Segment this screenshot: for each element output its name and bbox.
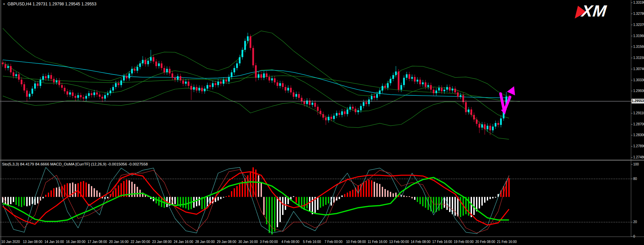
osma-histogram-bar [341, 195, 343, 197]
chart-title: ▼GBPUSD,H4 1.29731 1.29798 1.29545 1.295… [3, 2, 97, 6]
osma-histogram-bar [118, 185, 119, 197]
candle [150, 57, 152, 61]
osma-histogram-bar [53, 188, 55, 197]
indicator-axis-label: 0 [633, 235, 635, 238]
candle [476, 120, 478, 124]
candle [298, 94, 300, 98]
candle [274, 78, 276, 82]
candle [355, 109, 357, 112]
pane-separator[interactable] [0, 160, 644, 161]
candle [261, 74, 262, 78]
osma-histogram-bar [220, 197, 222, 199]
xm-logo-text: XM [581, 2, 608, 20]
candle [137, 67, 138, 71]
candle [177, 76, 179, 80]
price-axis-label: 1.31960 [633, 34, 644, 38]
osma-histogram-bar [317, 197, 318, 210]
osma-histogram-bar [417, 197, 418, 202]
candle [147, 61, 149, 64]
candle [258, 74, 260, 78]
time-axis-label: 28 Jan 00:00 [195, 240, 215, 244]
osma-histogram-bar [185, 197, 187, 208]
candle [204, 89, 206, 91]
candle [244, 41, 246, 50]
candle [498, 123, 499, 125]
candle [277, 82, 278, 86]
candle [428, 85, 429, 87]
candle [444, 90, 445, 91]
osma-histogram-bar [296, 197, 297, 203]
osma-histogram-bar [293, 196, 294, 197]
osma-histogram-bar [374, 182, 375, 197]
candle [37, 84, 39, 86]
candle [32, 89, 33, 94]
osma-histogram-bar [457, 197, 459, 216]
osma-histogram-bar [86, 183, 87, 197]
price-axis-label: 1.31560 [633, 45, 644, 49]
time-axis-label: 3 Feb 00:00 [260, 240, 278, 244]
candle [339, 113, 340, 115]
candle [465, 102, 467, 112]
time-axis-label: 30 Jan 16:00 [238, 240, 258, 244]
candle [393, 75, 394, 79]
candle [317, 107, 319, 111]
osma-histogram-bar [94, 188, 95, 197]
candle [409, 74, 410, 79]
candle [223, 80, 225, 84]
osma-histogram-bar [226, 196, 227, 197]
candle [473, 115, 475, 120]
candle [88, 93, 90, 96]
osma-histogram-bar [134, 184, 135, 197]
candle [94, 92, 95, 95]
candle [212, 83, 214, 87]
candle [118, 83, 120, 85]
osma-histogram-bar [217, 197, 219, 201]
osma-histogram-bar [137, 187, 138, 197]
candle [304, 101, 305, 104]
candle [115, 83, 117, 87]
osma-histogram-bar [282, 197, 283, 215]
candle [320, 111, 321, 114]
candle [403, 78, 405, 85]
candle [96, 92, 98, 94]
candle [64, 88, 66, 92]
osma-histogram-bar [366, 181, 367, 197]
chart-canvas[interactable] [0, 0, 644, 245]
candle [360, 106, 362, 110]
price-axis-label: 1.27480 [633, 155, 644, 159]
candle [344, 111, 346, 114]
candle [134, 69, 136, 71]
candle [449, 87, 451, 91]
osma-histogram-bar [174, 197, 176, 204]
candle [363, 102, 365, 106]
time-axis-label: 17 Feb 16:00 [432, 240, 452, 244]
candle [438, 88, 440, 91]
osma-histogram-bar [115, 188, 116, 197]
candle [142, 60, 144, 64]
osma-histogram-bar [50, 190, 52, 197]
candle [42, 76, 44, 80]
candle [481, 124, 483, 128]
candle [217, 82, 219, 85]
candle [347, 110, 348, 114]
osma-histogram-bar [339, 197, 340, 199]
osma-histogram-bar [352, 190, 353, 197]
candle [182, 81, 184, 84]
candle [86, 96, 87, 99]
osma-histogram-bar [258, 175, 259, 197]
osma-histogram-bar [107, 197, 108, 198]
candle [247, 36, 249, 41]
candle [366, 102, 367, 104]
candle [61, 85, 63, 88]
candle [341, 111, 343, 115]
osma-histogram-bar [261, 183, 262, 197]
osma-histogram-bar [75, 184, 76, 197]
osma-histogram-bar [99, 193, 100, 197]
chart-title-text: GBPUSD,H4 1.29731 1.29798 1.29545 1.2955… [7, 2, 96, 6]
candle [242, 50, 243, 57]
osma-histogram-bar [285, 197, 286, 210]
osma-histogram-bar [304, 197, 305, 210]
osma-histogram-bar [96, 190, 98, 197]
time-axis-label: 13 Jan 08:00 [23, 240, 42, 244]
candle [306, 100, 308, 104]
